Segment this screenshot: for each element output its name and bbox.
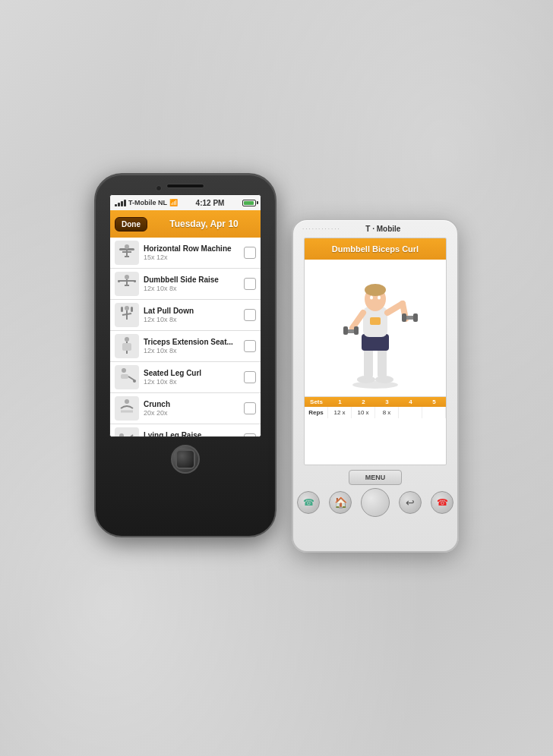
svg-rect-45 (402, 313, 406, 322)
exercise-name: Lying Leg Raise (144, 431, 239, 437)
exercise-info: Lying Leg Raise 20x 15x (144, 431, 239, 437)
white-top-bar: ············ T · Mobile (293, 220, 457, 238)
list-item[interactable]: Horizontal Row Machine 15x 12x (110, 238, 261, 269)
center-button[interactable] (361, 488, 390, 517)
svg-point-26 (119, 433, 124, 437)
svg-rect-46 (413, 313, 418, 322)
header-1: 1 (328, 397, 352, 407)
exercise-info: Horizontal Row Machine 15x 12x (144, 244, 239, 261)
exercise-name: Horizontal Row Machine (144, 244, 239, 254)
svg-point-1 (125, 244, 129, 249)
exercise-checkbox[interactable] (244, 278, 256, 290)
list-item[interactable]: Triceps Extension Seat... 12x 10x 8x (110, 331, 261, 362)
signal-bars (115, 200, 126, 206)
svg-rect-14 (121, 307, 123, 312)
exercise-thumb (115, 396, 139, 421)
carrier-label: T-Mobile NL (128, 199, 167, 206)
white-iphone: ············ T · Mobile Dumbbell Biceps … (292, 219, 459, 553)
svg-point-30 (352, 381, 398, 389)
exercise-checkbox[interactable] (244, 433, 256, 437)
svg-rect-21 (121, 374, 128, 379)
list-item[interactable]: Crunch 20x 20x (110, 393, 261, 424)
exercise-thumb (115, 427, 139, 437)
white-phone-screen: Dumbbell Biceps Curl (304, 238, 447, 465)
exercise-info: Dumbbell Side Raise 12x 10x 8x (144, 276, 239, 292)
exercise-sets: 12x 10x 8x (144, 378, 239, 386)
header-title: Tuesday, Apr 10 (152, 219, 256, 229)
svg-line-47 (352, 313, 363, 328)
list-item[interactable]: Lat Pull Down 12x 10x 8x (110, 300, 261, 331)
end-call-icon[interactable]: ☎ (431, 491, 453, 514)
phone-icon[interactable]: ☎ (297, 491, 320, 514)
white-bottom-nav: MENU ☎ 🏠 ↩ ☎ (293, 465, 457, 521)
done-button[interactable]: Done (115, 217, 147, 232)
exercise-name: Crunch (144, 400, 239, 409)
exercise-checkbox[interactable] (244, 340, 256, 352)
status-right (242, 200, 256, 206)
svg-line-22 (128, 376, 134, 380)
back-icon[interactable]: ↩ (399, 491, 422, 514)
white-carrier: T · Mobile (365, 225, 400, 233)
svg-point-23 (133, 380, 136, 383)
speaker-top (166, 184, 204, 188)
rep-1: 12 x (328, 407, 352, 418)
table-row: Reps 12 x 10 x 8 x (305, 407, 446, 418)
svg-rect-8 (118, 280, 120, 282)
list-item[interactable]: Lying Leg Raise 20x 15x (110, 424, 261, 437)
rep-4 (399, 407, 422, 418)
svg-rect-49 (343, 326, 348, 335)
rep-3: 8 x (375, 407, 399, 418)
exercise-info: Lat Pull Down 12x 10x 8x (144, 307, 239, 323)
white-app-header: Dumbbell Biceps Curl (305, 238, 446, 260)
home-button-inner (175, 449, 195, 469)
header-3: 3 (375, 397, 399, 407)
nav-row: ☎ 🏠 ↩ ☎ (297, 488, 453, 517)
battery-icon (242, 200, 256, 206)
exercise-info: Seated Leg Curl 12x 10x 8x (144, 369, 239, 386)
svg-point-40 (370, 296, 373, 300)
exercise-name: Lat Pull Down (144, 307, 239, 316)
table-header: Sets 1 2 3 4 5 (305, 397, 446, 407)
exercise-thumb (115, 365, 139, 389)
phones-container: T-Mobile NL 📶 4:12 PM Done Tuesday, Apr … (94, 203, 459, 553)
svg-point-39 (365, 284, 386, 296)
exercise-thumb (115, 334, 139, 358)
svg-point-41 (378, 296, 381, 300)
svg-point-20 (122, 368, 126, 373)
exercise-data: Sets 1 2 3 4 5 Reps 12 x 10 x 8 x (305, 396, 446, 418)
exercise-name: Seated Leg Curl (144, 369, 239, 378)
exercise-thumb (115, 272, 139, 296)
list-item[interactable]: Seated Leg Curl 12x 10x 8x (110, 362, 261, 393)
exercise-info: Crunch 20x 20x (144, 400, 239, 417)
svg-rect-50 (354, 326, 359, 335)
svg-rect-15 (131, 307, 133, 312)
black-phone-screen: T-Mobile NL 📶 4:12 PM Done Tuesday, Apr … (109, 194, 261, 437)
exercise-checkbox[interactable] (244, 402, 256, 414)
home-button[interactable] (171, 445, 200, 474)
svg-line-13 (122, 313, 131, 315)
header-sets: Sets (305, 397, 328, 407)
workout-list: Horizontal Row Machine 15x 12x (110, 238, 261, 437)
exercise-sets: 12x 10x 8x (144, 347, 239, 354)
exercise-checkbox[interactable] (244, 247, 256, 259)
exercise-name: Triceps Extension Seat... (144, 338, 239, 347)
exercise-image-area (305, 260, 446, 396)
row-label: Reps (305, 407, 328, 418)
time-label: 4:12 PM (196, 199, 225, 207)
exercise-checkbox[interactable] (244, 309, 256, 321)
list-item[interactable]: Dumbbell Side Raise 12x 10x 8x (110, 269, 261, 300)
exercise-name: Dumbbell Side Raise (144, 276, 239, 285)
rep-2: 10 x (352, 407, 375, 418)
exercise-thumb (115, 303, 139, 327)
svg-point-5 (125, 275, 129, 279)
exercise-checkbox[interactable] (244, 371, 256, 383)
home-icon[interactable]: 🏠 (329, 491, 352, 514)
status-bar: T-Mobile NL 📶 4:12 PM (110, 195, 261, 210)
camera (156, 185, 162, 191)
exercise-title: Dumbbell Biceps Curl (332, 244, 419, 254)
menu-button[interactable]: MENU (349, 470, 402, 485)
svg-rect-9 (134, 280, 136, 282)
svg-rect-17 (122, 343, 131, 351)
exercise-sets: 12x 10x 8x (144, 285, 239, 292)
exercise-sets: 20x 20x (144, 409, 239, 417)
